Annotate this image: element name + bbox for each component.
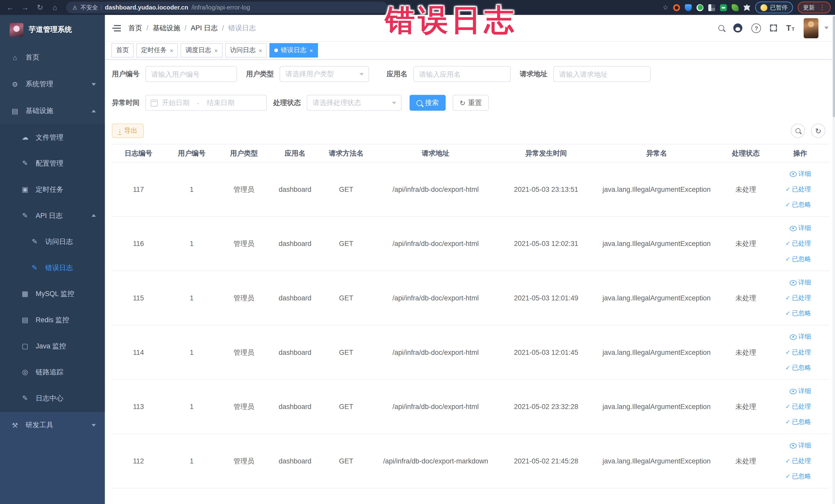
action-detail-link[interactable]: 详细 (790, 224, 811, 233)
tag-scheduled-tasks[interactable]: 定时任务 × (136, 43, 178, 58)
chevron-down-icon (359, 73, 364, 76)
action-processed-link[interactable]: ✓已处理 (786, 402, 811, 411)
sidebar-item-dev-tools[interactable]: ⚒ 研发工具 (0, 411, 105, 439)
back-icon[interactable]: ← (4, 3, 16, 12)
sidebar-item-redis-monitor[interactable]: ▤ Redis 监控 (0, 307, 105, 333)
sidebar-item-trace[interactable]: ◎ 链路追踪 (0, 359, 105, 385)
cell-c6: /api/infra/db-doc/export-html (372, 185, 500, 193)
user-type-select[interactable]: 请选择用户类型 (280, 66, 369, 82)
breadcrumb-item[interactable]: 首页 (128, 23, 142, 33)
error-log-table: 日志编号 用户编号 用户类型 应用名 请求方法名 请求地址 异常发生时间 异常名… (112, 144, 830, 488)
exception-time-range-picker[interactable]: 开始日期 - 结束日期 (145, 95, 267, 110)
sidebar-item-api-logs[interactable]: ✎ API 日志 (0, 202, 105, 228)
action-ignored-link[interactable]: ✓已忽略 (786, 472, 811, 481)
export-button[interactable]: ↓ 导出 (112, 123, 144, 138)
toggle-search-button[interactable] (791, 123, 805, 138)
action-detail-link[interactable]: 详细 (790, 278, 811, 287)
sidebar-item-label: Java 监控 (36, 341, 66, 351)
action-detail-link[interactable]: 详细 (790, 169, 811, 178)
github-icon[interactable] (733, 23, 742, 32)
tag-schedule-logs[interactable]: 调度日志 × (181, 43, 223, 58)
extension-icon[interactable] (708, 4, 715, 11)
search-button[interactable]: 搜索 (409, 95, 446, 110)
scrollbar-thumb[interactable] (833, 16, 835, 117)
cell-c5: GET (321, 185, 372, 193)
page-scrollbar[interactable] (832, 15, 835, 504)
table-body: 1171管理员dashboardGET/api/infra/db-doc/exp… (112, 163, 830, 489)
eye-icon (790, 443, 797, 448)
app-title: 芋道管理系统 (29, 25, 72, 34)
sidebar-item-system-management[interactable]: ⚙ 系统管理 (0, 71, 105, 98)
tag-error-logs[interactable]: 错误日志 × (269, 43, 318, 58)
sidebar-item-error-logs[interactable]: ✎ 错误日志 (0, 255, 105, 281)
reload-icon[interactable]: ↻ (34, 3, 46, 12)
sidebar-item-config-management[interactable]: ✎ 配置管理 (0, 150, 105, 176)
sidebar-item-scheduled-tasks[interactable]: ▣ 定时任务 (0, 176, 105, 203)
sidebar-item-mysql-monitor[interactable]: ▦ MySQL 监控 (0, 281, 105, 307)
tag-access-logs[interactable]: 访问日志 × (225, 43, 267, 58)
address-bar[interactable]: ⚠ 不安全 dashboard.yudao.iocoder.cn /infra/… (66, 2, 388, 13)
process-status-select[interactable]: 请选择处理状态 (307, 95, 402, 110)
extension-icon[interactable] (720, 4, 727, 11)
action-detail-link[interactable]: 详细 (790, 332, 811, 341)
reset-button[interactable]: ↻ 重置 (452, 95, 489, 110)
action-processed-link[interactable]: ✓已处理 (786, 457, 811, 465)
app-name-input[interactable] (413, 66, 511, 82)
action-ignored-link[interactable]: ✓已忽略 (786, 363, 811, 372)
refresh-table-button[interactable]: ↻ (811, 123, 826, 138)
sidebar-item-access-logs[interactable]: ✎ 访问日志 (0, 228, 105, 255)
action-processed-link[interactable]: ✓已处理 (786, 348, 811, 357)
request-url-input[interactable] (553, 66, 651, 82)
action-ignored-link[interactable]: ✓已忽略 (786, 200, 811, 209)
action-detail-link[interactable]: 详细 (790, 441, 811, 450)
home-icon: ⌂ (11, 54, 19, 61)
search-icon[interactable] (718, 25, 725, 31)
fullscreen-icon[interactable] (770, 24, 777, 31)
sidebar-item-infrastructure[interactable]: ▤ 基础设施 (0, 98, 105, 124)
chevron-down-icon[interactable] (824, 27, 829, 29)
paused-badge[interactable]: 已暂停 (755, 2, 793, 13)
action-processed-link[interactable]: ✓已处理 (786, 239, 811, 248)
cell-c2: 1 (165, 403, 218, 410)
collapse-sidebar-icon[interactable] (113, 25, 121, 31)
user-id-input[interactable] (145, 66, 237, 82)
download-icon: ↓ (118, 127, 121, 135)
filter-row-2: 异常时间 开始日期 - 结束日期 处理状态 请选择处理状态 搜索 (112, 95, 830, 110)
sidebar-item-file-management[interactable]: ☁ 文件管理 (0, 124, 105, 150)
extensions-puzzle-icon[interactable] (744, 4, 750, 11)
update-button[interactable]: 更新 ⋮ (798, 2, 831, 13)
home-icon[interactable]: ⌂ (49, 3, 61, 12)
tag-home[interactable]: 首页 (111, 43, 134, 58)
extension-icon[interactable] (673, 4, 680, 11)
avatar[interactable] (804, 18, 819, 38)
font-size-icon[interactable]: TT (786, 24, 795, 32)
action-processed-link[interactable]: ✓已处理 (786, 185, 811, 194)
action-ignored-link[interactable]: ✓已忽略 (786, 255, 811, 264)
extension-icon[interactable] (685, 4, 692, 11)
close-tag-icon[interactable]: × (214, 47, 218, 54)
sidebar-item-home[interactable]: ⌂ 首页 (0, 44, 105, 71)
close-tag-icon[interactable]: × (309, 47, 313, 54)
breadcrumb-item[interactable]: 基础设施 (153, 23, 180, 33)
forward-icon[interactable]: → (19, 3, 31, 12)
sidebar: 芋道管理系统 ⌂ 首页 ⚙ 系统管理 ▤ 基础设施 (0, 15, 105, 504)
url-path: /infra/log/api-error-log (191, 4, 250, 11)
action-detail-link[interactable]: 详细 (790, 387, 811, 396)
check-icon: ✓ (786, 419, 790, 425)
close-tag-icon[interactable]: × (170, 47, 173, 54)
action-ignored-link[interactable]: ✓已忽略 (786, 418, 811, 426)
help-icon[interactable]: ? (752, 23, 761, 33)
action-processed-link[interactable]: ✓已处理 (786, 294, 811, 302)
table-row: 1171管理员dashboardGET/api/infra/db-doc/exp… (112, 163, 830, 217)
sidebar-item-java-monitor[interactable]: ▢ Java 监控 (0, 333, 105, 359)
sidebar-item-log-center[interactable]: ✎ 日志中心 (0, 385, 105, 411)
sidebar-item-label: 系统管理 (26, 79, 54, 89)
action-ignored-link[interactable]: ✓已忽略 (786, 309, 811, 318)
extension-icon[interactable] (697, 4, 704, 11)
bookmark-star-icon[interactable]: ☆ (663, 4, 668, 11)
main-area: 首页 / 基础设施 / API 日志 / 错误日志 ? TT (105, 15, 835, 504)
close-tag-icon[interactable]: × (259, 47, 262, 54)
browser-menu-icon[interactable]: ⋮ (819, 4, 826, 11)
extension-icon[interactable] (732, 4, 739, 11)
breadcrumb-item[interactable]: API 日志 (191, 23, 218, 33)
